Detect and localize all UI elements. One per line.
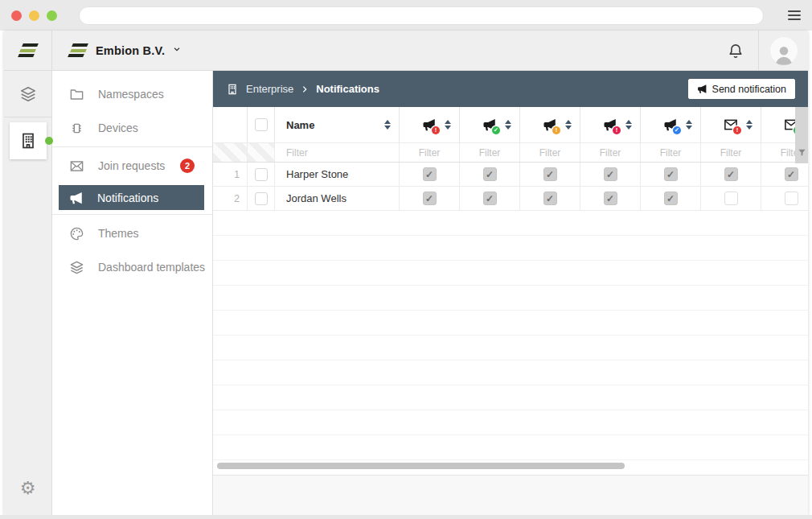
row-number: 2	[213, 187, 248, 210]
vertical-scrollbar[interactable]	[795, 107, 808, 163]
settings-button[interactable]: ⚙	[4, 462, 51, 515]
sort-icon	[384, 120, 391, 130]
breadcrumb-current-page: Notifications	[316, 83, 379, 95]
breadcrumb-enterprise-link[interactable]: Enterprise	[246, 83, 293, 95]
name-filter-input[interactable]	[275, 147, 399, 159]
column-filter-input[interactable]	[580, 147, 640, 159]
notification-checkbox[interactable]	[543, 167, 557, 181]
select-all-checkbox[interactable]	[255, 118, 268, 131]
user-name: Jordan Wells	[275, 187, 400, 210]
empty-row	[213, 410, 808, 435]
notifications-bell-button[interactable]	[713, 31, 758, 70]
notification-checkbox[interactable]	[423, 192, 437, 205]
notification-checkbox[interactable]	[604, 192, 617, 205]
sidebar: Namespaces Devices	[52, 71, 213, 515]
window-bottom-edge	[0, 515, 812, 519]
notification-checkbox[interactable]	[604, 167, 617, 181]
column-filter-input[interactable]	[520, 147, 580, 159]
notification-checkbox[interactable]	[664, 167, 678, 181]
org-switcher[interactable]: Embion B.V.	[52, 31, 217, 70]
row-select-checkbox[interactable]	[255, 192, 268, 205]
notification-checkbox[interactable]	[543, 192, 557, 205]
sidebar-item-label: Themes	[98, 227, 139, 240]
notification-checkbox[interactable]	[483, 192, 497, 205]
sidebar-item-dashboard-templates[interactable]: Dashboard templates	[52, 250, 212, 284]
empty-row	[213, 336, 808, 360]
sort-icon	[445, 120, 451, 130]
column-header-megaphone-red[interactable]: !	[400, 107, 460, 142]
gear-icon: ⚙	[20, 478, 36, 499]
filter-disabled-cell	[213, 143, 248, 162]
sort-icon	[686, 120, 692, 130]
empty-row	[213, 435, 808, 460]
name-column-header[interactable]: Name	[275, 107, 400, 142]
bell-icon	[727, 42, 744, 60]
notification-checkbox[interactable]	[724, 192, 738, 205]
status-dot	[45, 137, 53, 145]
sidebar-item-label: Dashboard templates	[98, 261, 205, 274]
rail-item-dashboards[interactable]	[4, 71, 51, 117]
sidebar-item-label: Devices	[98, 122, 138, 134]
avatar-cell	[758, 31, 808, 70]
app-logo	[4, 31, 52, 70]
send-notification-button[interactable]: Send notification	[688, 79, 795, 99]
horizontal-scrollbar-thumb[interactable]	[217, 463, 625, 469]
user-avatar[interactable]	[769, 36, 798, 65]
column-filter-input[interactable]	[641, 147, 700, 159]
divider	[52, 146, 212, 147]
layers-icon	[69, 260, 84, 275]
breadcrumb: Enterprise Notifications	[226, 83, 379, 96]
folder-icon	[69, 87, 84, 102]
screen: Embion B.V.	[0, 0, 812, 519]
notification-checkbox[interactable]	[664, 192, 678, 205]
browser-menu-icon[interactable]	[788, 10, 801, 20]
column-filter-input[interactable]	[400, 147, 459, 159]
table-header-row: Name !	[213, 107, 808, 143]
address-bar[interactable]	[79, 6, 764, 25]
column-filter-input[interactable]	[701, 147, 761, 159]
user-name: Harper Stone	[275, 163, 400, 186]
notification-checkbox[interactable]	[785, 167, 798, 181]
chevron-right-icon	[301, 85, 309, 93]
notification-checkbox[interactable]	[785, 192, 798, 205]
filter-funnel-icon	[798, 148, 806, 157]
column-header-envelope-red[interactable]: !	[701, 107, 761, 142]
sidebar-item-join-requests[interactable]: Join requests 2	[52, 149, 212, 183]
column-header-megaphone-blue[interactable]: ✓	[641, 107, 701, 142]
sidebar-item-devices[interactable]: Devices	[52, 111, 212, 145]
column-header-megaphone-orange[interactable]: !	[520, 107, 580, 142]
sort-icon	[625, 120, 632, 130]
app-header: Embion B.V.	[4, 31, 808, 71]
notification-checkbox[interactable]	[423, 167, 437, 181]
chip-icon	[69, 121, 84, 136]
column-header-megaphone-green[interactable]: ✓	[460, 107, 520, 142]
person-icon	[772, 43, 796, 65]
rail-item-enterprise-tile	[10, 122, 47, 159]
sidebar-item-namespaces[interactable]: Namespaces	[52, 77, 212, 111]
notification-checkbox[interactable]	[724, 167, 738, 181]
row-select-checkbox[interactable]	[255, 168, 268, 181]
traffic-light-minimize-button[interactable]	[29, 10, 39, 21]
megaphone-green-icon: ✓	[482, 117, 497, 132]
row-number-header	[213, 107, 248, 142]
empty-row	[213, 286, 808, 311]
rail-item-enterprise[interactable]	[4, 117, 51, 164]
horizontal-scrollbar	[213, 460, 808, 475]
notification-checkbox[interactable]	[483, 167, 497, 181]
layers-icon	[19, 85, 37, 103]
column-header-megaphone-crimson[interactable]: !	[580, 107, 641, 142]
column-filter-input[interactable]	[460, 147, 519, 159]
sidebar-item-notifications[interactable]: Notifications	[59, 185, 204, 210]
sidebar-item-themes[interactable]: Themes	[52, 216, 212, 250]
sidebar-item-label: Namespaces	[98, 88, 164, 101]
traffic-light-close-button[interactable]	[11, 10, 22, 21]
megaphone-icon	[69, 190, 84, 205]
empty-row	[213, 360, 808, 385]
icon-rail: ⚙	[4, 71, 52, 515]
browser-chrome	[0, 0, 812, 31]
traffic-light-zoom-button[interactable]	[47, 10, 57, 21]
sort-icon	[505, 120, 511, 130]
app-window: Embion B.V.	[4, 31, 808, 515]
breadcrumb-bar: Enterprise Notifications Send notificati…	[213, 71, 808, 107]
divider	[52, 214, 212, 215]
